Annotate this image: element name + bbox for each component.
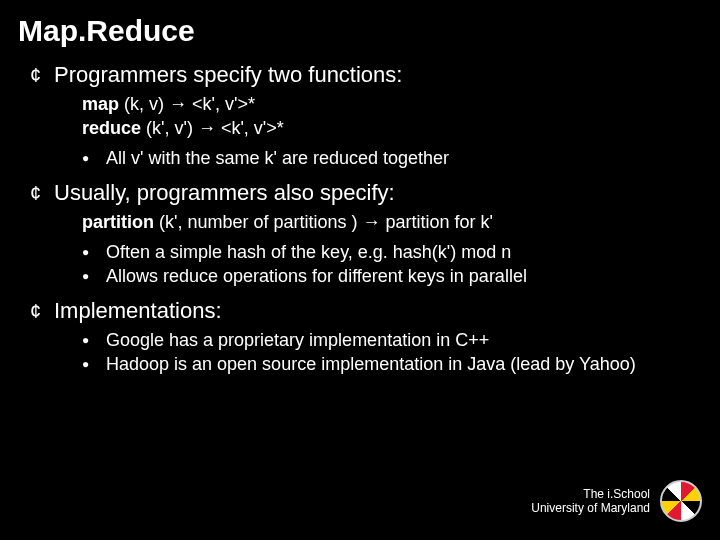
keyword: partition [82, 212, 154, 232]
sub-bullet-icon: ● [82, 328, 106, 352]
slide-title: Map.Reduce [18, 14, 702, 48]
sub-bullet-row: ● Often a simple hash of the key, e.g. h… [82, 240, 702, 264]
sub-bullet-row: ● Google has a proprietary implementatio… [82, 328, 702, 352]
keyword: map [82, 94, 119, 114]
bullet-row: ¢ Programmers specify two functions: [30, 62, 702, 88]
footer-line2: University of Maryland [531, 501, 650, 515]
code-rest: (k', v') → <k', v'>* [141, 118, 284, 138]
code-rest: (k', number of partitions ) → partition … [154, 212, 493, 232]
code-rest: (k, v) → <k', v'>* [119, 94, 255, 114]
bullet-row: ¢ Implementations: [30, 298, 702, 324]
sub-bullet-icon: ● [82, 146, 106, 170]
sub-bullet-icon: ● [82, 240, 106, 264]
footer: The i.School University of Maryland [531, 480, 702, 522]
slide: Map.Reduce ¢ Programmers specify two fun… [0, 0, 720, 540]
code-line: partition (k', number of partitions ) → … [82, 210, 702, 234]
sub-bullet-text: Often a simple hash of the key, e.g. has… [106, 240, 511, 264]
sub-bullet-text: Google has a proprietary implementation … [106, 328, 489, 352]
sub-bullet-text: Hadoop is an open source implementation … [106, 352, 636, 376]
sub-bullet-row: ● Hadoop is an open source implementatio… [82, 352, 702, 376]
sub-bullet-icon: ● [82, 264, 106, 288]
footer-text: The i.School University of Maryland [531, 487, 650, 515]
footer-line1: The i.School [531, 487, 650, 501]
sub-bullet-icon: ● [82, 352, 106, 376]
code-block: map (k, v) → <k', v'>* reduce (k', v') →… [82, 92, 702, 140]
bullet-text: Usually, programmers also specify: [54, 180, 395, 206]
sub-bullet-row: ● Allows reduce operations for different… [82, 264, 702, 288]
sub-bullet-text: All v' with the same k' are reduced toge… [106, 146, 449, 170]
bullet-icon: ¢ [30, 298, 54, 324]
bullet-icon: ¢ [30, 180, 54, 206]
code-line: reduce (k', v') → <k', v'>* [82, 116, 702, 140]
bullet-text: Implementations: [54, 298, 222, 324]
sub-bullet-row: ● All v' with the same k' are reduced to… [82, 146, 702, 170]
bullet-text: Programmers specify two functions: [54, 62, 402, 88]
code-line: map (k, v) → <k', v'>* [82, 92, 702, 116]
bullet-row: ¢ Usually, programmers also specify: [30, 180, 702, 206]
keyword: reduce [82, 118, 141, 138]
umd-seal-icon [660, 480, 702, 522]
sub-bullet-text: Allows reduce operations for different k… [106, 264, 527, 288]
bullet-icon: ¢ [30, 62, 54, 88]
code-block: partition (k', number of partitions ) → … [82, 210, 702, 234]
